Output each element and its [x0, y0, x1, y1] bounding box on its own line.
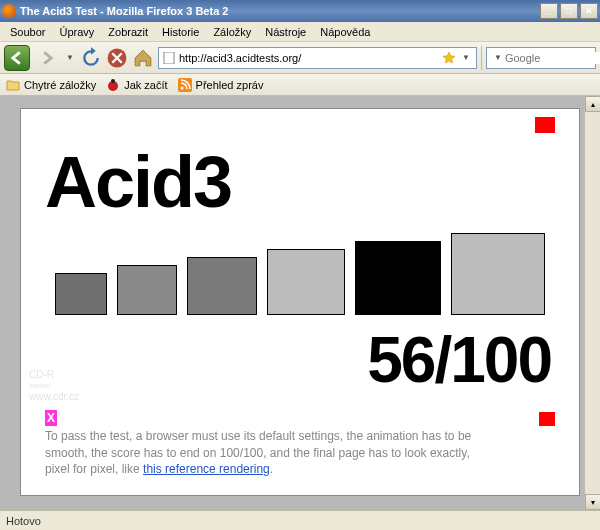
acid3-box-6: [451, 233, 545, 315]
svg-point-5: [111, 79, 115, 83]
vertical-scrollbar[interactable]: ▴ ▾: [584, 96, 600, 510]
instructions-line: smooth, the score has to end on 100/100,…: [45, 446, 470, 460]
search-box[interactable]: G ▼: [486, 47, 596, 69]
rss-icon: [178, 78, 192, 92]
minimize-button[interactable]: _: [540, 3, 558, 19]
bookmark-label: Chytré záložky: [24, 79, 96, 91]
acid3-score: 56/100: [45, 323, 555, 397]
acid3-box-5: [355, 241, 441, 315]
red-square-footer: [539, 412, 555, 426]
acid3-title: Acid3: [45, 141, 555, 223]
instructions-line: pixel for pixel, like: [45, 462, 143, 476]
x-marker: X: [45, 410, 57, 426]
status-text: Hotovo: [6, 515, 41, 527]
bookmark-news[interactable]: Přehled zpráv: [178, 78, 264, 92]
stop-button[interactable]: [106, 47, 128, 69]
bookmark-label: Jak začít: [124, 79, 167, 91]
menubar: Soubor Úpravy Zobrazit Historie Záložky …: [0, 22, 600, 42]
back-button[interactable]: [4, 45, 30, 71]
reload-button[interactable]: [80, 47, 102, 69]
bookmark-star-icon[interactable]: [442, 51, 456, 65]
bookmark-label: Přehled zpráv: [196, 79, 264, 91]
menu-help[interactable]: Nápověda: [314, 24, 376, 40]
titlebar: The Acid3 Test - Mozilla Firefox 3 Beta …: [0, 0, 600, 22]
scroll-up-button[interactable]: ▴: [585, 96, 600, 112]
svg-point-7: [180, 86, 183, 89]
bookmarks-toolbar: Chytré záložky Jak začít Přehled zpráv: [0, 74, 600, 96]
acid3-box-1: [55, 273, 107, 315]
url-bar[interactable]: ▼: [158, 47, 477, 69]
nav-history-dropdown[interactable]: ▼: [64, 53, 76, 62]
toolbar: ▼ ▼ G ▼: [0, 42, 600, 74]
maximize-button[interactable]: □: [560, 3, 578, 19]
url-dropdown[interactable]: ▼: [460, 53, 472, 62]
scroll-down-button[interactable]: ▾: [585, 494, 600, 510]
search-engine-dropdown[interactable]: ▼: [494, 53, 502, 62]
svg-rect-1: [164, 52, 174, 64]
bookmark-smart[interactable]: Chytré záložky: [6, 78, 96, 92]
close-button[interactable]: ✕: [580, 3, 598, 19]
statusbar: Hotovo: [0, 510, 600, 530]
page-icon: [163, 52, 175, 64]
ladybug-icon: [106, 78, 120, 92]
folder-icon: [6, 78, 20, 92]
instructions-line: To pass the test, a browser must use its…: [45, 429, 471, 443]
acid3-box-3: [187, 257, 257, 315]
acid3-footer: X To pass the test, a browser must use i…: [45, 410, 555, 477]
acid3-box-4: [267, 249, 345, 315]
firefox-icon: [2, 4, 16, 18]
url-input[interactable]: [179, 52, 438, 64]
acid3-boxes: [45, 215, 555, 315]
menu-file[interactable]: Soubor: [4, 24, 51, 40]
search-input[interactable]: [505, 52, 600, 64]
menu-bookmarks[interactable]: Záložky: [207, 24, 257, 40]
menu-edit[interactable]: Úpravy: [53, 24, 100, 40]
menu-view[interactable]: Zobrazit: [102, 24, 154, 40]
window-title: The Acid3 Test - Mozilla Firefox 3 Beta …: [20, 5, 540, 17]
toolbar-separator: [481, 46, 482, 70]
forward-button[interactable]: [34, 45, 60, 71]
menu-tools[interactable]: Nástroje: [259, 24, 312, 40]
acid3-page: Acid3 56/100 CD-R server www.cdr.cz X To…: [20, 108, 580, 496]
acid3-box-2: [117, 265, 177, 315]
bookmark-start[interactable]: Jak začít: [106, 78, 167, 92]
content-area: Acid3 56/100 CD-R server www.cdr.cz X To…: [0, 96, 600, 510]
red-square-top: [535, 117, 555, 133]
reference-link[interactable]: this reference rendering: [143, 462, 270, 476]
menu-history[interactable]: Historie: [156, 24, 205, 40]
home-button[interactable]: [132, 47, 154, 69]
